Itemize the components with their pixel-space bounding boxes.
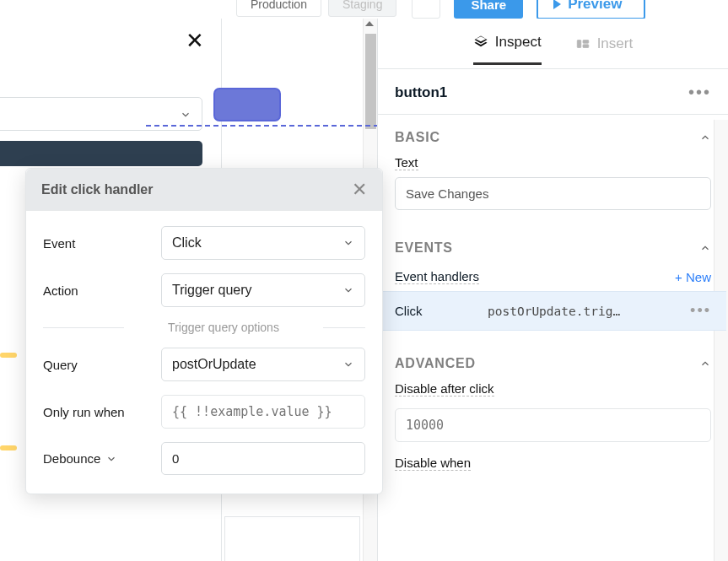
yellow-divider [0,353,17,358]
canvas-outline [224,516,360,561]
disable-when-label: Disable when [395,456,471,471]
section-header-events[interactable]: EVENTS [395,225,711,266]
modal-title: Edit click handler [41,182,153,197]
query-select[interactable]: postOrUpdate [161,348,365,381]
inspector-panel: Inspect Insert button1 ••• BASIC Text EV… [377,19,728,561]
chevron-up-icon [699,242,711,254]
section-title-advanced: ADVANCED [395,356,476,371]
inspector-scrollbar[interactable] [714,120,728,561]
handler-event: Click [395,304,488,318]
chevron-down-icon[interactable] [105,453,117,465]
component-menu-icon[interactable]: ••• [688,83,711,102]
preview-label: Preview [568,0,622,13]
query-label: Query [43,358,161,372]
chevron-down-icon [342,237,354,249]
separator-line [43,327,124,328]
tab-inspect[interactable]: Inspect [473,22,542,65]
settings-dark-bar [0,141,202,166]
chevron-up-icon [699,132,711,143]
toolbar-square[interactable] [412,0,440,19]
handler-action: postOrUpdate.trig… [488,305,682,318]
chevron-down-icon [180,109,191,121]
chevron-up-icon [699,358,711,370]
chevron-down-icon [342,284,354,296]
section-header-advanced[interactable]: ADVANCED [395,341,711,381]
disable-after-label: Disable after click [395,381,494,396]
svg-rect-1 [577,40,581,47]
disable-after-input[interactable] [395,408,711,442]
env-tab-production[interactable]: Production [236,0,321,17]
debounce-input[interactable] [161,442,365,475]
tab-insert[interactable]: Insert [575,24,634,64]
handler-menu-icon[interactable]: ••• [690,302,711,320]
section-title-basic: BASIC [395,130,440,145]
tab-insert-label: Insert [597,35,634,52]
section-header-basic[interactable]: BASIC [395,115,711,155]
event-label: Event [43,236,161,251]
share-button[interactable]: Share [454,0,523,19]
svg-rect-2 [583,40,589,43]
event-select-value: Click [172,235,202,251]
event-handlers-label: Event handlers [395,269,479,284]
scrollbar-thumb[interactable] [365,34,376,129]
modal-close-icon[interactable]: ✕ [352,181,367,199]
action-label: Action [43,283,161,298]
separator-text: Trigger query options [134,321,313,334]
scroll-up-icon[interactable] [365,21,374,26]
chevron-down-icon [342,359,354,370]
section-title-events: EVENTS [395,240,453,256]
debounce-label: Debounce [43,451,161,466]
yellow-divider [0,445,17,450]
env-tab-staging[interactable]: Staging [328,0,396,17]
event-select[interactable]: Click [161,226,365,260]
separator-line [323,327,365,328]
play-icon [553,0,561,9]
only-run-label: Only run when [43,405,161,419]
canvas-button-component[interactable] [213,88,281,121]
action-select[interactable]: Trigger query [161,273,365,307]
new-handler-button[interactable]: + New [675,270,711,284]
text-field-label: Text [395,155,418,170]
text-field-input[interactable] [395,177,711,210]
query-select-value: postOrUpdate [172,357,256,372]
close-icon[interactable]: ✕ [186,28,204,54]
edit-handler-modal: Edit click handler ✕ Event Click Action … [25,168,383,494]
insert-icon [575,36,590,51]
action-select-value: Trigger query [172,283,252,298]
handler-row[interactable]: Click postOrUpdate.trig… ••• [380,291,726,331]
component-name[interactable]: button1 [395,84,447,101]
tab-inspect-label: Inspect [495,34,542,51]
layers-icon [473,35,488,50]
settings-panel: ✕ gs [0,21,219,183]
preview-button[interactable]: Preview [537,0,645,19]
svg-rect-3 [583,44,589,47]
only-run-input[interactable] [161,395,365,429]
